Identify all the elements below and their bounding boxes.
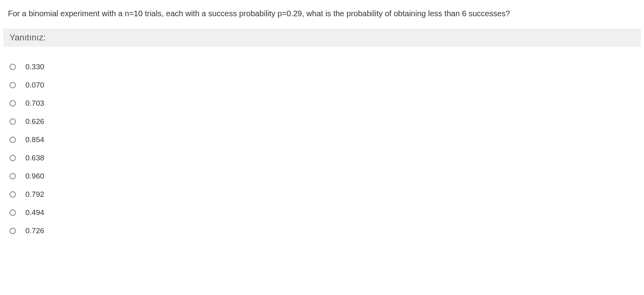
option-row[interactable]: 0.626 [10, 112, 636, 131]
option-label: 0.854 [25, 135, 44, 144]
option-label: 0.792 [25, 190, 44, 199]
option-label: 0.726 [25, 226, 44, 235]
option-row[interactable]: 0.792 [10, 185, 636, 204]
radio-icon[interactable] [10, 228, 16, 234]
question-text: For a binomial experiment with a n=10 tr… [0, 0, 644, 29]
option-label: 0.494 [25, 208, 44, 217]
option-row[interactable]: 0.494 [10, 204, 636, 222]
radio-icon[interactable] [10, 209, 16, 216]
radio-icon[interactable] [10, 64, 16, 70]
options-container: 0.330 0.070 0.703 0.626 0.854 0.638 0.96… [0, 47, 644, 244]
radio-icon[interactable] [10, 155, 16, 161]
option-row[interactable]: 0.726 [10, 222, 636, 240]
option-row[interactable]: 0.960 [10, 167, 636, 185]
radio-icon[interactable] [10, 118, 16, 125]
option-row[interactable]: 0.854 [10, 131, 636, 149]
radio-icon[interactable] [10, 137, 16, 143]
option-label: 0.960 [25, 172, 44, 181]
option-row[interactable]: 0.070 [10, 76, 636, 94]
option-label: 0.703 [25, 99, 44, 108]
radio-icon[interactable] [10, 100, 16, 107]
option-row[interactable]: 0.638 [10, 149, 636, 167]
radio-icon[interactable] [10, 82, 16, 88]
option-row[interactable]: 0.330 [10, 58, 636, 76]
radio-icon[interactable] [10, 191, 16, 198]
option-row[interactable]: 0.703 [10, 94, 636, 112]
option-label: 0.626 [25, 117, 44, 126]
answer-section-label: Yanıtınız: [3, 29, 641, 47]
option-label: 0.638 [25, 154, 44, 162]
option-label: 0.330 [25, 63, 44, 71]
radio-icon[interactable] [10, 173, 16, 179]
option-label: 0.070 [25, 81, 44, 89]
